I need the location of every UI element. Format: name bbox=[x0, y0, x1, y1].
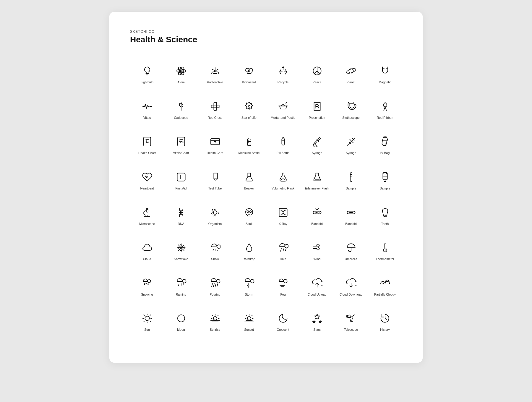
icon-cell[interactable]: Vitals Chart bbox=[164, 127, 198, 162]
icon-cell[interactable]: X-Ray bbox=[266, 198, 300, 233]
icon-label: Biohazard bbox=[242, 80, 256, 85]
icon-cell[interactable]: Sample bbox=[368, 162, 402, 198]
icon-cell[interactable]: First Aid bbox=[164, 162, 198, 198]
tooth-icon bbox=[379, 206, 392, 219]
icon-cell[interactable]: Storm bbox=[232, 268, 266, 304]
erlenmeyerflask-icon bbox=[311, 171, 324, 184]
vitals-icon bbox=[141, 100, 154, 113]
icon-label: Peace bbox=[313, 80, 322, 85]
icon-cell[interactable]: Skull bbox=[232, 198, 266, 233]
icon-cell[interactable]: Wind bbox=[300, 233, 334, 268]
icon-cell[interactable]: Sun bbox=[130, 304, 164, 339]
icon-cell[interactable]: Stars bbox=[300, 304, 334, 339]
icon-cell[interactable]: Test Tube bbox=[198, 162, 232, 198]
icon-cell[interactable]: Health Card bbox=[198, 127, 232, 162]
icon-cell[interactable]: Recycle bbox=[266, 56, 300, 92]
icon-cell[interactable]: Raindrop bbox=[232, 233, 266, 268]
icon-label: Sunrise bbox=[210, 328, 220, 332]
icon-cell[interactable]: Sample bbox=[334, 162, 368, 198]
icon-label: Telescope bbox=[344, 328, 358, 332]
icon-label: Cloud bbox=[143, 257, 151, 261]
icon-cell[interactable]: Prescription bbox=[300, 92, 334, 127]
icon-cell[interactable]: Pouring bbox=[198, 268, 232, 304]
icon-cell[interactable]: Star of Life bbox=[232, 92, 266, 127]
icon-cell[interactable]: Volumetric Flask bbox=[266, 162, 300, 198]
svg-rect-12 bbox=[144, 137, 151, 146]
icon-cell[interactable]: Tooth bbox=[368, 198, 402, 233]
icon-cell[interactable]: IV Bag bbox=[368, 127, 402, 162]
icon-cell[interactable]: History bbox=[368, 304, 402, 339]
icon-cell[interactable]: Beaker bbox=[232, 162, 266, 198]
icon-cell[interactable]: Cloud Download bbox=[334, 268, 368, 304]
sample2-icon bbox=[379, 171, 392, 184]
icon-cell[interactable]: Syringe bbox=[300, 127, 334, 162]
icon-cell[interactable]: DNA bbox=[164, 198, 198, 233]
icon-cell[interactable]: Atom bbox=[164, 56, 198, 92]
icon-cell[interactable]: Biohazard bbox=[232, 56, 266, 92]
icon-cell[interactable]: Thermometer bbox=[368, 233, 402, 268]
icon-cell[interactable]: Caduceus bbox=[164, 92, 198, 127]
crescent-icon bbox=[277, 312, 290, 325]
icon-cell[interactable]: Cloud Upload bbox=[300, 268, 334, 304]
icon-cell[interactable]: Telescope bbox=[334, 304, 368, 339]
icon-cell[interactable]: Pill Bottle bbox=[266, 127, 300, 162]
svg-rect-16 bbox=[282, 138, 284, 145]
icon-cell[interactable]: Planet bbox=[334, 56, 368, 92]
medicinebottle-icon bbox=[243, 135, 256, 148]
icon-cell[interactable]: Magnetic bbox=[368, 56, 402, 92]
icon-cell[interactable]: Health Chart bbox=[130, 127, 164, 162]
icon-cell[interactable]: Sunset bbox=[232, 304, 266, 339]
icon-cell[interactable]: Red Ribbon bbox=[368, 92, 402, 127]
svg-rect-25 bbox=[313, 211, 321, 214]
icon-cell[interactable]: Partially Cloudy bbox=[368, 268, 402, 304]
icon-cell[interactable]: Cloud bbox=[130, 233, 164, 268]
icon-label: Vitals bbox=[143, 116, 151, 120]
page-title: Health & Science bbox=[130, 35, 402, 44]
icon-cell[interactable]: Medicine Bottle bbox=[232, 127, 266, 162]
icon-label: Sample bbox=[380, 187, 390, 191]
icon-cell[interactable]: Rain bbox=[266, 233, 300, 268]
icon-cell[interactable]: Heartbeat bbox=[130, 162, 164, 198]
icon-label: Recycle bbox=[278, 80, 288, 85]
sample1-icon bbox=[345, 171, 358, 184]
icon-cell[interactable]: Sunrise bbox=[198, 304, 232, 339]
icon-cell[interactable]: Vitals bbox=[130, 92, 164, 127]
icon-cell[interactable]: Umbrella bbox=[334, 233, 368, 268]
icon-cell[interactable]: Snowflake bbox=[164, 233, 198, 268]
firstaid-icon bbox=[175, 171, 188, 184]
icon-cell[interactable]: Snow bbox=[198, 233, 232, 268]
icon-cell[interactable]: Radioactive bbox=[198, 56, 232, 92]
icon-cell[interactable]: Bandaid bbox=[334, 198, 368, 233]
prescription-icon bbox=[311, 100, 324, 113]
radioactive-icon bbox=[209, 64, 222, 77]
icon-cell[interactable]: Mortar and Pestle bbox=[266, 92, 300, 127]
icon-cell[interactable]: Raining bbox=[164, 268, 198, 304]
icon-cell[interactable]: Bandaid bbox=[300, 198, 334, 233]
icon-cell[interactable]: Lightbulb bbox=[130, 56, 164, 92]
volumetricflask-icon bbox=[277, 171, 290, 184]
icon-cell[interactable]: Red Cross bbox=[198, 92, 232, 127]
cloud-icon bbox=[141, 241, 154, 254]
beaker-icon bbox=[243, 171, 256, 184]
icon-cell[interactable]: Organism bbox=[198, 198, 232, 233]
sunset-icon bbox=[243, 312, 256, 325]
microscope-icon bbox=[141, 206, 154, 219]
icon-cell[interactable]: Crescent bbox=[266, 304, 300, 339]
icon-cell[interactable]: Microscope bbox=[130, 198, 164, 233]
icon-cell[interactable]: Erlenmeyer Flask bbox=[300, 162, 334, 198]
icon-cell[interactable]: Peace bbox=[300, 56, 334, 92]
planet-icon bbox=[345, 64, 358, 77]
lightbulb-icon bbox=[141, 64, 154, 77]
icon-cell[interactable]: Syringe bbox=[334, 127, 368, 162]
icon-label: Sunset bbox=[244, 328, 254, 332]
icon-label: Vitals Chart bbox=[173, 151, 189, 155]
icon-cell[interactable]: Stethoscope bbox=[334, 92, 368, 127]
icon-label: Fog bbox=[280, 293, 286, 297]
icon-label: Magnetic bbox=[379, 80, 391, 85]
pouring-icon bbox=[209, 277, 222, 290]
icon-cell[interactable]: Moon bbox=[164, 304, 198, 339]
icon-cell[interactable]: Fog bbox=[266, 268, 300, 304]
svg-point-31 bbox=[145, 316, 149, 321]
moon2-icon bbox=[175, 312, 188, 325]
icon-cell[interactable]: Snowing bbox=[130, 268, 164, 304]
